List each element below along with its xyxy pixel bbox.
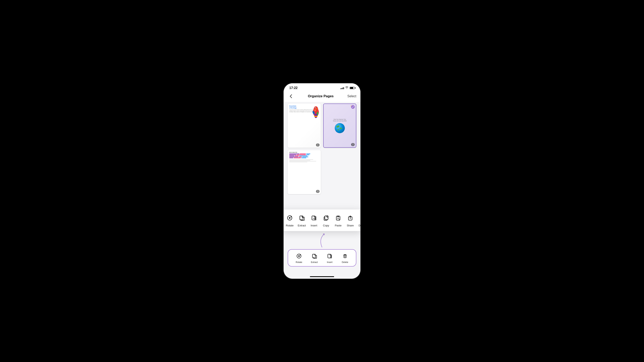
page-thumb-3[interactable]: DATA ANALYSIS — [288, 150, 321, 194]
status-time: 17:22 — [289, 86, 298, 90]
paste-label: Paste — [335, 224, 342, 227]
toolbar-rotate-icon — [295, 252, 302, 260]
page-1-number: 1 — [316, 143, 320, 146]
toolbar-extract-icon — [311, 252, 318, 260]
status-icons — [340, 86, 355, 89]
context-share-button[interactable]: Share — [344, 214, 356, 227]
nav-bar: Organize Pages Select — [284, 91, 360, 102]
svg-point-10 — [289, 217, 290, 219]
page-3-number: 3 — [316, 190, 320, 193]
selected-badge — [351, 105, 355, 109]
page-thumb-1[interactable]: Essentialsof Ecology Lorem ipsum dolor s… — [288, 103, 321, 148]
toolbar-insert-button[interactable]: Insert — [326, 252, 333, 263]
insert-label: Insert — [311, 224, 317, 227]
signal-icon — [340, 87, 344, 89]
toolbar-rotate-label: Rotate — [296, 261, 302, 263]
page-3-title: DATA ANALYSIS — [289, 152, 319, 153]
parrot-decoration — [310, 105, 320, 119]
battery-icon — [350, 87, 355, 89]
pages-grid: Essentialsof Ecology Lorem ipsum dolor s… — [284, 102, 360, 197]
select-button[interactable]: Select — [348, 94, 356, 98]
wifi-icon — [345, 86, 348, 89]
toolbar-delete-icon — [342, 252, 349, 260]
svg-rect-28 — [312, 254, 316, 258]
svg-point-4 — [315, 107, 316, 108]
context-rotate-button[interactable]: Rotate — [284, 214, 296, 227]
context-delete-button[interactable]: Delete — [356, 214, 360, 227]
share-label: Share — [347, 224, 354, 227]
insert-icon — [310, 214, 318, 222]
delete-icon — [358, 214, 360, 222]
context-menu-items: Rotate Extract — [284, 214, 360, 227]
phone-frame: 17:22 — [284, 83, 360, 279]
svg-point-8 — [314, 109, 316, 111]
toolbar-extract-button[interactable]: Extract — [311, 252, 318, 263]
paste-icon — [334, 214, 342, 222]
page-title: Organize Pages — [308, 94, 334, 98]
svg-rect-30 — [344, 255, 346, 258]
svg-rect-19 — [337, 216, 339, 217]
extract-label: Extract — [298, 224, 306, 227]
globe-decoration — [335, 123, 345, 133]
share-icon — [346, 214, 355, 222]
rotate-label: Rotate — [286, 224, 294, 227]
empty-area — [284, 197, 360, 209]
page-thumb-2[interactable]: How Can Improve YourStudy and Learning S… — [323, 103, 356, 148]
arrow-annotation — [316, 233, 328, 249]
toolbar-delete-label: Delete — [342, 261, 348, 263]
context-menu: Rotate Extract — [284, 209, 360, 231]
toolbar-delete-button[interactable]: Delete — [342, 252, 349, 263]
bottom-toolbar: Rotate Extract — [288, 249, 356, 267]
context-insert-button[interactable]: Insert — [308, 214, 320, 227]
context-menu-container: Rotate Extract — [284, 209, 360, 231]
annotation-area — [284, 231, 360, 249]
toolbar-rotate-button[interactable]: Rotate — [295, 252, 302, 263]
toolbar-insert-label: Insert — [327, 261, 332, 263]
page-2-number: 2 — [351, 143, 355, 146]
svg-point-27 — [298, 255, 300, 257]
toolbar-extract-label: Extract — [311, 261, 318, 263]
toolbar-insert-icon — [326, 252, 333, 260]
context-copy-button[interactable]: Copy — [320, 214, 332, 227]
copy-icon — [322, 214, 330, 222]
copy-label: Copy — [323, 224, 329, 227]
back-button[interactable] — [288, 93, 294, 99]
page-2-title: How Can Improve YourStudy and Learning S… — [333, 119, 347, 122]
home-indicator — [310, 276, 334, 277]
extract-icon — [297, 214, 306, 222]
context-extract-button[interactable]: Extract — [296, 214, 308, 227]
bottom-area: Rotate Extract — [284, 249, 360, 279]
rotate-icon — [285, 214, 294, 222]
svg-point-17 — [326, 216, 328, 218]
context-paste-button[interactable]: Paste — [332, 214, 344, 227]
svg-rect-11 — [300, 216, 303, 220]
status-bar: 17:22 — [284, 83, 360, 91]
svg-point-7 — [314, 114, 317, 118]
delete-label: Delete — [358, 224, 360, 227]
